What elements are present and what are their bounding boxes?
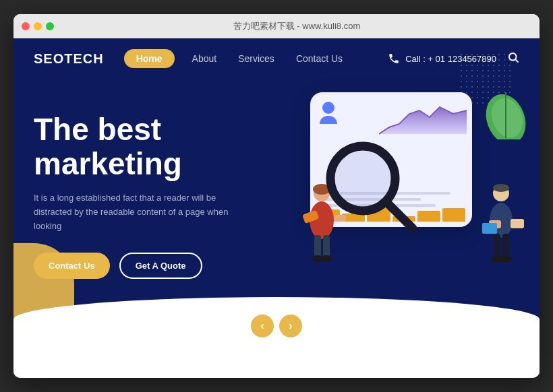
next-arrow[interactable]: › xyxy=(279,315,302,337)
svg-rect-26 xyxy=(482,223,497,234)
hero-description: It is a long established fact that a rea… xyxy=(34,191,229,233)
svg-point-14 xyxy=(321,255,332,262)
website: SEOTECH Home About Services Contact Us C… xyxy=(13,38,540,378)
browser-toolbar: 苦力吧素材下载 - www.kuli8.com xyxy=(13,14,540,38)
hero-section: The best marketing It is a long establis… xyxy=(13,79,540,378)
svg-point-23 xyxy=(500,256,512,263)
svg-rect-25 xyxy=(511,219,524,228)
nav-home[interactable]: Home xyxy=(124,49,175,68)
site-logo: SEOTECH xyxy=(34,51,104,67)
card-avatar xyxy=(320,102,337,124)
nav-services[interactable]: Services xyxy=(227,49,285,68)
svg-point-0 xyxy=(509,53,517,61)
get-quote-button[interactable]: Get A Quote xyxy=(119,253,202,279)
hero-text: The best marketing It is a long establis… xyxy=(34,112,229,279)
search-icon[interactable] xyxy=(507,51,519,67)
header-right: Call : + 01 1234567890 xyxy=(388,51,519,67)
hero-buttons: Contact Us Get A Quote xyxy=(34,253,229,279)
green-leaf xyxy=(486,86,526,139)
svg-rect-12 xyxy=(323,235,330,259)
magnifying-glass xyxy=(324,139,418,234)
site-header: SEOTECH Home About Services Contact Us C… xyxy=(13,38,540,79)
nav-arrows: ‹ › xyxy=(251,315,302,337)
phone-number: Call : + 01 1234567890 xyxy=(405,54,496,64)
dot-green[interactable] xyxy=(46,22,54,30)
prev-arrow[interactable]: ‹ xyxy=(251,315,274,337)
contact-us-button[interactable]: Contact Us xyxy=(34,253,110,279)
svg-rect-21 xyxy=(502,234,509,259)
man-figure xyxy=(475,180,526,274)
svg-rect-11 xyxy=(314,235,321,259)
dot-yellow[interactable] xyxy=(34,22,42,30)
nav-about[interactable]: About xyxy=(181,49,228,68)
hero-illustration xyxy=(297,86,526,294)
svg-marker-5 xyxy=(379,107,467,134)
site-nav: Home About Services Contact Us xyxy=(124,49,353,68)
browser-dots xyxy=(22,22,54,30)
svg-line-7 xyxy=(388,203,413,228)
svg-line-1 xyxy=(515,59,518,62)
card-mountain-chart xyxy=(379,100,467,137)
browser-window: 苦力吧素材下载 - www.kuli8.com SEOTECH Home Abo… xyxy=(13,14,540,378)
svg-point-18 xyxy=(493,184,509,192)
svg-rect-20 xyxy=(494,234,500,259)
white-wave xyxy=(13,297,540,378)
browser-url: 苦力吧素材下载 - www.kuli8.com xyxy=(62,20,531,32)
nav-contact[interactable]: Contact Us xyxy=(285,49,353,68)
dot-red[interactable] xyxy=(22,22,30,30)
phone-icon xyxy=(388,53,400,65)
phone-area: Call : + 01 1234567890 xyxy=(388,53,496,65)
hero-title: The best marketing xyxy=(34,112,229,181)
